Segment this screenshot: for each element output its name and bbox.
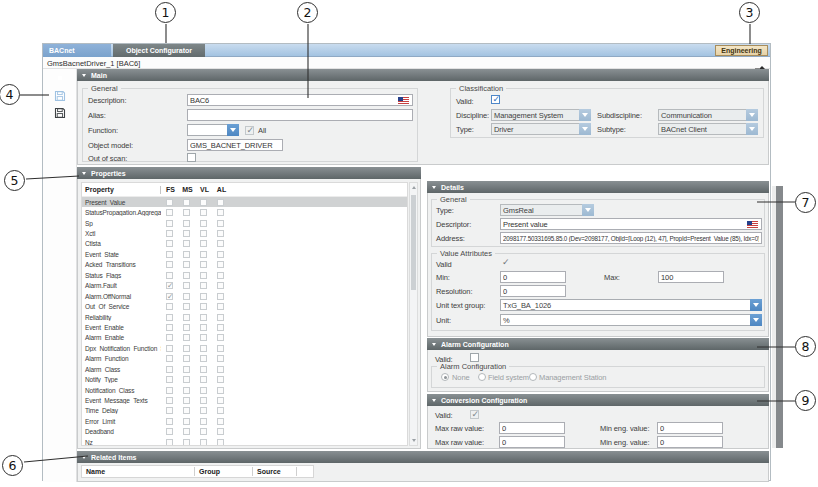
fs-checkbox[interactable] <box>166 397 173 404</box>
vl-checkbox[interactable] <box>200 334 207 341</box>
ms-checkbox[interactable] <box>183 314 190 321</box>
ms-checkbox[interactable] <box>183 230 190 237</box>
max-raw-value-input[interactable] <box>499 422 565 434</box>
column-name[interactable]: Name <box>82 468 194 475</box>
ms-checkbox[interactable] <box>183 366 190 373</box>
vl-checkbox[interactable] <box>200 240 207 247</box>
fs-checkbox[interactable] <box>166 324 173 331</box>
table-row[interactable]: Sp <box>82 218 407 228</box>
save-disabled-icon[interactable] <box>54 88 66 100</box>
column-fs[interactable]: FS <box>162 186 179 193</box>
scroll-down-icon[interactable] <box>412 439 416 442</box>
scrollbar-thumb[interactable] <box>411 195 416 290</box>
section-header-properties[interactable]: Properties <box>77 167 421 179</box>
table-row[interactable]: Acked_Transitions <box>82 260 407 270</box>
fs-checkbox[interactable] <box>166 220 173 227</box>
table-row[interactable]: Status_Flags <box>82 270 407 280</box>
table-row[interactable]: Ctlsta <box>82 239 407 249</box>
vl-checkbox[interactable] <box>200 428 207 435</box>
fs-checkbox[interactable] <box>166 355 173 362</box>
scrollbar-thumb[interactable] <box>776 186 783 448</box>
al-checkbox[interactable] <box>217 407 224 414</box>
table-row[interactable]: Alarm_Function <box>82 354 407 364</box>
ms-checkbox[interactable] <box>183 261 190 268</box>
table-row[interactable]: Reliability <box>82 312 407 322</box>
table-row[interactable]: Time_Delay <box>82 406 407 416</box>
ms-checkbox[interactable] <box>183 282 190 289</box>
section-header-related-items[interactable]: Related Items <box>77 451 769 463</box>
fs-checkbox[interactable] <box>166 439 173 446</box>
table-row[interactable]: Deadband <box>82 427 407 437</box>
description-input[interactable] <box>187 94 413 106</box>
tab-bacnet[interactable]: BACnet <box>43 44 111 57</box>
column-al[interactable]: AL <box>213 186 230 193</box>
engineering-mode-button[interactable]: Engineering <box>715 45 768 56</box>
table-row[interactable]: Present_Value <box>82 197 407 207</box>
fs-checkbox[interactable] <box>166 209 173 216</box>
ms-checkbox[interactable] <box>183 240 190 247</box>
table-row[interactable]: Dpx_Notification_Function_S <box>82 343 407 353</box>
ms-checkbox[interactable] <box>183 407 190 414</box>
al-checkbox[interactable] <box>217 345 224 352</box>
al-checkbox[interactable] <box>217 293 224 300</box>
al-checkbox[interactable] <box>217 220 224 227</box>
ms-checkbox[interactable] <box>183 324 190 331</box>
min-eng-value-input[interactable] <box>657 436 723 448</box>
al-checkbox[interactable] <box>217 324 224 331</box>
vl-checkbox[interactable] <box>200 220 207 227</box>
table-row[interactable]: Event_State <box>82 249 407 259</box>
column-vl[interactable]: VL <box>196 186 213 193</box>
vl-checkbox[interactable] <box>200 376 207 383</box>
vl-checkbox[interactable] <box>200 345 207 352</box>
vl-checkbox[interactable] <box>200 230 207 237</box>
table-row[interactable]: Error_Limit <box>82 416 407 426</box>
properties-scrollbar[interactable] <box>409 182 418 446</box>
ms-checkbox[interactable] <box>183 220 190 227</box>
al-checkbox[interactable] <box>217 240 224 247</box>
al-checkbox[interactable] <box>217 439 224 446</box>
object-model-input[interactable] <box>187 139 283 151</box>
al-checkbox[interactable] <box>217 397 224 404</box>
table-row[interactable]: Xctl <box>82 228 407 238</box>
ms-checkbox[interactable] <box>183 209 190 216</box>
fs-checkbox[interactable] <box>166 282 173 289</box>
fs-checkbox[interactable] <box>166 366 173 373</box>
window-scrollbar[interactable] <box>772 186 783 448</box>
column-separator[interactable] <box>160 186 161 194</box>
alarm-valid-checkbox[interactable] <box>470 353 479 362</box>
ms-checkbox[interactable] <box>183 272 190 279</box>
vl-checkbox[interactable] <box>200 293 207 300</box>
al-checkbox[interactable] <box>217 376 224 383</box>
vl-checkbox[interactable] <box>200 272 207 279</box>
table-row[interactable]: Event_Message_Texts <box>82 395 407 405</box>
vl-checkbox[interactable] <box>200 261 207 268</box>
fs-checkbox[interactable] <box>166 418 173 425</box>
max-raw-value-input[interactable] <box>499 436 565 448</box>
al-checkbox[interactable] <box>217 261 224 268</box>
ms-checkbox[interactable] <box>183 376 190 383</box>
ms-checkbox[interactable] <box>183 293 190 300</box>
al-checkbox[interactable] <box>217 230 224 237</box>
al-checkbox[interactable] <box>217 272 224 279</box>
al-checkbox[interactable] <box>217 314 224 321</box>
al-checkbox[interactable] <box>217 428 224 435</box>
vl-checkbox[interactable] <box>200 209 207 216</box>
vl-checkbox[interactable] <box>200 303 207 310</box>
vl-checkbox[interactable] <box>200 251 207 258</box>
fs-checkbox[interactable] <box>166 334 173 341</box>
ms-checkbox[interactable] <box>183 439 190 446</box>
fs-checkbox[interactable] <box>166 240 173 247</box>
max-input[interactable] <box>658 271 724 283</box>
ms-checkbox[interactable] <box>183 355 190 362</box>
section-header-alarm-configuration[interactable]: Alarm Configuration <box>427 338 769 350</box>
vl-checkbox[interactable] <box>200 407 207 414</box>
language-flag-icon[interactable] <box>747 221 758 228</box>
fs-checkbox[interactable] <box>166 272 173 279</box>
dropdown-arrow-icon[interactable] <box>750 314 762 326</box>
al-checkbox[interactable] <box>217 303 224 310</box>
tab-object-configurator[interactable]: Object Configurator <box>113 44 205 57</box>
fs-checkbox[interactable] <box>166 303 173 310</box>
al-checkbox[interactable] <box>217 209 224 216</box>
ms-checkbox[interactable] <box>183 397 190 404</box>
ms-checkbox[interactable] <box>183 303 190 310</box>
